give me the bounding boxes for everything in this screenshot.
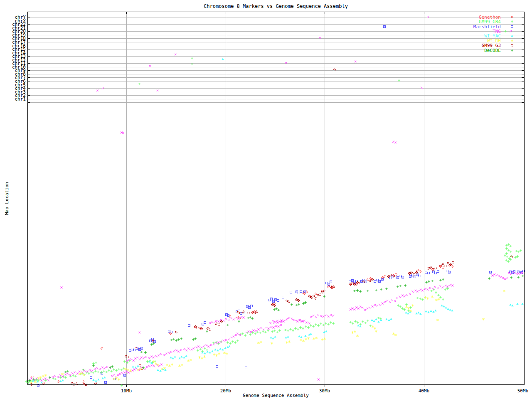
legend: GenethonGM99 GB4MarshfieldTNGWI YACWI RH… bbox=[473, 15, 513, 53]
y-axis-label: Map Location bbox=[4, 178, 10, 219]
series-points-wi-yac bbox=[32, 58, 524, 383]
x-axis-label: Genome Sequence Assembly bbox=[27, 393, 524, 398]
chromosome-bands: chrYchrXchr22chr21chr20chr19chr18chr17ch… bbox=[12, 15, 524, 102]
chromosome8-marker-plot: chrYchrXchr22chr21chr20chr19chr18chr17ch… bbox=[0, 0, 532, 399]
legend-item-decode: DeCODE bbox=[484, 48, 513, 53]
series-points-gm99-gb4 bbox=[25, 57, 522, 387]
plot-border bbox=[27, 12, 524, 384]
series-points-wi-rh bbox=[30, 290, 505, 384]
plot-svg: chrYchrXchr22chr21chr20chr19chr18chr17ch… bbox=[0, 0, 532, 399]
series-points-gm99-g3 bbox=[30, 69, 513, 386]
chromosome-label: chr1 bbox=[15, 96, 26, 102]
legend-label: DeCODE bbox=[484, 48, 501, 53]
series-points-genethon bbox=[31, 264, 453, 384]
series-points-marshfield bbox=[37, 26, 525, 387]
series-points-decode bbox=[28, 275, 524, 382]
series-points-tng bbox=[28, 16, 523, 382]
chart-title: Chromosome 8 Markers vs Genome Sequence … bbox=[27, 3, 524, 9]
